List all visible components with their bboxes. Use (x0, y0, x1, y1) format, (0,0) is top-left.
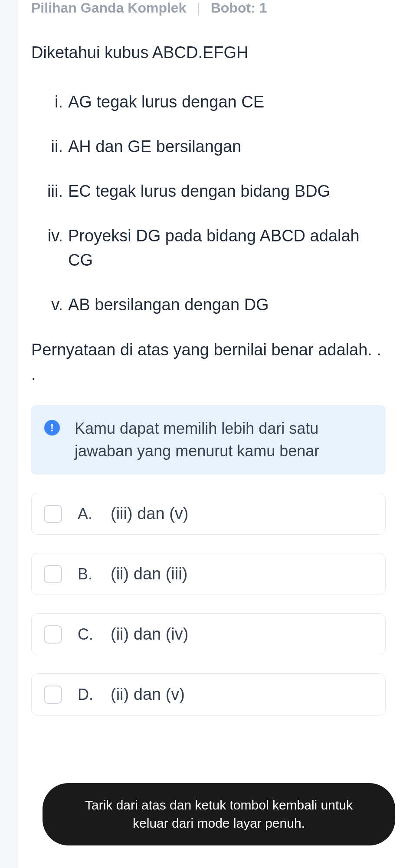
statement-list: i. AG tegak lurus dengan CE ii. AH dan G… (31, 90, 386, 317)
statement-text: AH dan GE bersilangan (68, 135, 386, 159)
statement-marker: ii. (44, 135, 68, 159)
statement-item: v. AB bersilangan dengan DG (44, 293, 386, 317)
statement-marker: i. (44, 90, 68, 114)
statement-item: iii. EC tegak lurus dengan bidang BDG (44, 179, 386, 203)
option-a[interactable]: A. (iii) dan (v) (31, 493, 386, 535)
option-a-checkbox[interactable] (44, 505, 62, 523)
option-c[interactable]: C. (ii) dan (iv) (31, 613, 386, 655)
option-text: (ii) dan (iii) (111, 565, 187, 583)
option-d[interactable]: D. (ii) dan (v) (31, 673, 386, 715)
info-box: Kamu dapat memilih lebih dari satu jawab… (31, 405, 386, 475)
option-letter: C. (78, 625, 95, 644)
question-type-label: Pilihan Ganda Komplek (31, 0, 186, 16)
option-d-checkbox[interactable] (44, 686, 62, 704)
option-c-checkbox[interactable] (44, 625, 62, 644)
statement-text: AB bersilangan dengan DG (68, 293, 386, 317)
question-header: Pilihan Ganda Komplek | Bobot: 1 (31, 0, 386, 16)
option-text: (ii) dan (v) (111, 685, 185, 704)
statement-marker: iv. (44, 224, 68, 272)
option-text: (iii) dan (v) (111, 504, 188, 523)
question-intro: Diketahui kubus ABCD.EFGH (31, 41, 386, 64)
option-b[interactable]: B. (ii) dan (iii) (31, 553, 386, 595)
question-card: Pilihan Ganda Komplek | Bobot: 1 Diketah… (18, 0, 403, 868)
statement-item: i. AG tegak lurus dengan CE (44, 90, 386, 114)
answer-options: A. (iii) dan (v) B. (ii) dan (iii) C. (i… (31, 493, 386, 715)
statement-item: ii. AH dan GE bersilangan (44, 135, 386, 159)
statement-marker: iii. (44, 179, 68, 203)
option-letter: B. (78, 565, 95, 583)
question-weight-label: Bobot: 1 (211, 0, 267, 16)
option-b-checkbox[interactable] (44, 565, 62, 583)
toast-text: Tarik dari atas dan ketuk tombol kembali… (85, 798, 353, 830)
statement-item: iv. Proyeksi DG pada bidang ABCD adalah … (44, 224, 386, 272)
info-icon (44, 420, 60, 436)
question-tail: Pernyataan di atas yang bernilai benar a… (31, 338, 386, 387)
option-letter: A. (78, 505, 95, 523)
info-text: Kamu dapat memilih lebih dari satu jawab… (75, 417, 373, 462)
statement-text: EC tegak lurus dengan bidang BDG (68, 179, 386, 203)
fullscreen-toast: Tarik dari atas dan ketuk tombol kembali… (43, 783, 395, 845)
option-letter: D. (78, 686, 95, 704)
statement-text: AG tegak lurus dengan CE (68, 90, 386, 114)
header-divider: | (197, 0, 200, 16)
statement-marker: v. (44, 293, 68, 317)
statement-text: Proyeksi DG pada bidang ABCD adalah CG (68, 224, 386, 272)
option-text: (ii) dan (iv) (111, 625, 188, 644)
